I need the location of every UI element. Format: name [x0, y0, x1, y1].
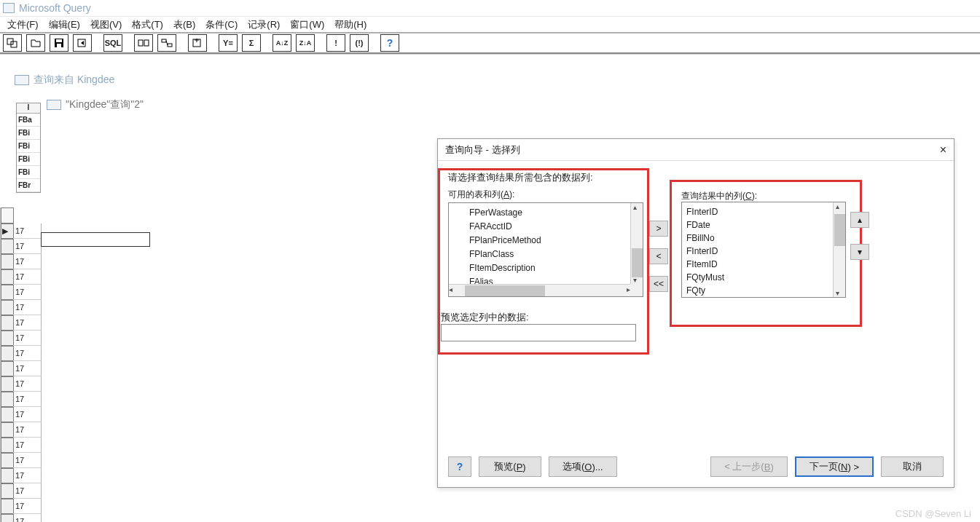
- menu-table[interactable]: 表(B): [173, 18, 195, 31]
- menu-edit[interactable]: 编辑(E): [49, 18, 80, 31]
- menu-format[interactable]: 格式(T): [132, 18, 163, 31]
- scrollbar-vertical[interactable]: [833, 202, 845, 297]
- selected-listbox[interactable]: FInterID FDate FBillNo FInterID FItemID …: [681, 202, 846, 298]
- add-table-icon[interactable]: [188, 34, 207, 52]
- show-tables-icon[interactable]: [134, 34, 153, 52]
- query-wizard-dialog: 查询向导 - 选择列 × 请选择查询结果所需包含的数据列: 可用的表和列(A):…: [437, 138, 954, 488]
- add-column-button[interactable]: >: [649, 221, 668, 237]
- criteria-equals-icon[interactable]: Y=: [219, 34, 238, 52]
- selected-label: 查询结果中的列(C):: [681, 190, 757, 202]
- list-item[interactable]: FPlanClass: [449, 248, 643, 261]
- move-up-button[interactable]: ▴: [850, 212, 869, 228]
- list-item[interactable]: FItemDescription: [449, 261, 643, 275]
- scrollbar-horizontal[interactable]: [449, 284, 630, 296]
- grid-edit-cell[interactable]: [41, 232, 150, 247]
- new-query-icon[interactable]: [3, 34, 22, 52]
- return-data-icon[interactable]: [73, 34, 92, 52]
- svg-rect-6: [138, 40, 143, 46]
- list-item[interactable]: FPrice: [682, 297, 845, 298]
- svg-rect-3: [56, 39, 62, 42]
- remove-column-button[interactable]: <: [649, 248, 668, 264]
- app-icon: [3, 3, 15, 13]
- query-now-icon[interactable]: !: [326, 34, 345, 52]
- watermark: CSDN @Seven Li: [895, 508, 971, 519]
- app-title: Microsoft Query: [19, 2, 91, 14]
- back-button: < 上一步(B): [710, 456, 788, 477]
- current-row-marker: ▶: [2, 226, 8, 236]
- list-item[interactable]: FQty: [682, 284, 845, 297]
- open-icon[interactable]: [26, 34, 45, 52]
- save-icon[interactable]: [50, 34, 68, 52]
- menu-bar: 文件(F) 编辑(E) 视图(V) 格式(T) 表(B) 条件(C) 记录(R)…: [0, 16, 980, 32]
- totals-icon[interactable]: Σ: [242, 34, 261, 52]
- svg-rect-7: [144, 40, 149, 46]
- preview-label: 预览选定列中的数据:: [441, 311, 529, 324]
- sort-asc-icon[interactable]: A↓Z: [273, 34, 291, 52]
- scrollbar-vertical[interactable]: [630, 203, 643, 284]
- list-item[interactable]: FInterID: [682, 245, 845, 258]
- list-item[interactable]: FItemID: [682, 258, 845, 271]
- menu-records[interactable]: 记录(R): [248, 18, 280, 31]
- mdi-window-2[interactable]: "Kingdee"查询"2": [47, 98, 144, 111]
- list-item[interactable]: FPlanPriceMethod: [449, 234, 643, 248]
- dialog-prompt: 请选择查询结果所需包含的数据列:: [448, 171, 944, 184]
- field-list-header: I: [17, 103, 40, 114]
- preview-button[interactable]: 预览(P): [479, 456, 541, 477]
- help-button[interactable]: ?: [448, 456, 471, 477]
- list-item[interactable]: FBillNo: [682, 232, 845, 245]
- mdi-icon: [15, 75, 29, 85]
- dialog-title: 查询向导 - 选择列: [445, 143, 520, 157]
- dialog-titlebar: 查询向导 - 选择列 ×: [438, 139, 954, 161]
- svg-rect-4: [57, 44, 61, 47]
- field-list-box[interactable]: I FBa FBi FBi FBi FBi FBr: [16, 103, 41, 193]
- sql-button[interactable]: SQL: [103, 34, 122, 52]
- toolbar: SQL Y= Σ A↓Z Z↓A ! (!) ?: [0, 32, 980, 54]
- svg-rect-9: [168, 44, 172, 47]
- sort-desc-icon[interactable]: Z↓A: [296, 34, 315, 52]
- auto-query-icon[interactable]: (!): [350, 34, 369, 52]
- options-button[interactable]: 选项(O)...: [549, 456, 617, 477]
- cancel-button[interactable]: 取消: [881, 456, 944, 477]
- help-icon[interactable]: ?: [380, 34, 399, 52]
- move-down-button[interactable]: ▾: [850, 244, 869, 260]
- list-item[interactable]: FInterID: [682, 205, 845, 218]
- next-button[interactable]: 下一页(N) >: [795, 456, 874, 477]
- list-item[interactable]: FARAcctID: [449, 220, 643, 234]
- preview-box: [441, 324, 636, 341]
- list-item[interactable]: FPerWastage: [449, 206, 643, 220]
- menu-help[interactable]: 帮助(H): [334, 18, 366, 31]
- remove-all-button[interactable]: <<: [649, 276, 668, 292]
- available-listbox[interactable]: FPerWastage FARAcctID FPlanPriceMethod F…: [448, 202, 643, 297]
- svg-rect-8: [162, 39, 166, 42]
- menu-window[interactable]: 窗口(W): [290, 18, 324, 31]
- mdi-icon: [47, 100, 61, 110]
- list-item[interactable]: FQtyMust: [682, 271, 845, 284]
- title-bar: Microsoft Query: [0, 0, 980, 16]
- show-criteria-icon[interactable]: [157, 34, 176, 52]
- list-item[interactable]: FDate: [682, 218, 845, 232]
- menu-file[interactable]: 文件(F): [7, 18, 39, 31]
- close-icon[interactable]: ×: [940, 143, 946, 157]
- menu-criteria[interactable]: 条件(C): [205, 18, 238, 31]
- menu-view[interactable]: 视图(V): [90, 18, 122, 31]
- mdi-window-1[interactable]: 查询来自 Kingdee: [15, 74, 114, 87]
- svg-line-10: [166, 41, 168, 45]
